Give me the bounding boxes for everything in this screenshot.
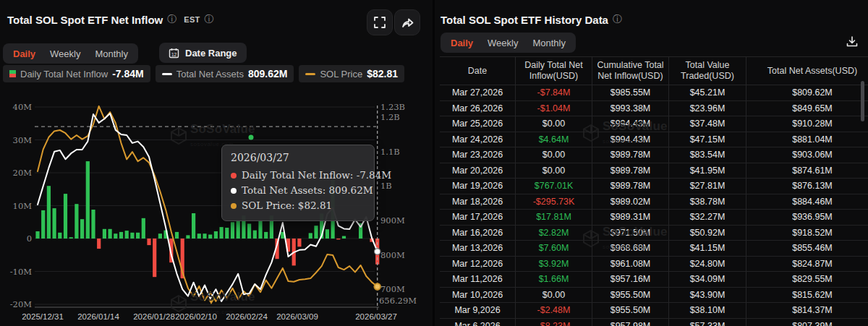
date-range-label: Date Range [185, 48, 237, 59]
table-cell: $1.66M [516, 272, 592, 288]
tooltip-item-assets: Total Net Assets: 809.62M [231, 183, 365, 198]
svg-text:2026/02/10: 2026/02/10 [175, 312, 217, 321]
table-cell: $957.16M [592, 272, 669, 288]
table-cell: $903.06M [746, 147, 868, 163]
table-row: Mar 18,2026-$295.73K$989.02M$38.78M$884.… [440, 194, 868, 210]
calendar-icon: 12 [169, 48, 179, 59]
legend-value: 809.62M [248, 68, 287, 80]
table-cell: $47.15M [669, 132, 746, 147]
table-period-tabs: Daily Weekly Monthly [441, 33, 576, 53]
table-cell: $34.09M [669, 272, 746, 288]
table-cell: Mar 11,2026 [440, 272, 516, 288]
table-cell: $23.96M [669, 100, 746, 116]
table-cell: -$1.04M [516, 100, 592, 116]
table-cell: $874.61M [746, 163, 868, 179]
table-cell: $41.95M [669, 163, 746, 179]
table-cell: $815.62M [746, 287, 868, 303]
table-cell: $824.87M [746, 256, 868, 272]
svg-text:30M: 30M [13, 135, 33, 145]
tab-monthly[interactable]: Monthly [88, 47, 135, 61]
tab-weekly[interactable]: Weekly [43, 47, 88, 61]
est-info-icon[interactable]: ⓘ [205, 13, 214, 26]
table-cell: $809.62M [746, 85, 868, 101]
tab-weekly[interactable]: Weekly [480, 36, 525, 50]
table-cell: Mar 26,2026 [440, 100, 516, 116]
table-cell: $989.02M [592, 194, 669, 210]
svg-text:2026/03/27: 2026/03/27 [355, 312, 397, 321]
table-scrollbar-thumb[interactable] [861, 81, 864, 121]
table-cell: $3.92M [516, 256, 592, 272]
date-range-button[interactable]: 12 Date Range [159, 43, 247, 63]
table-cell: Mar 27,2026 [440, 85, 516, 101]
bar-legend-icon [9, 70, 16, 77]
svg-text:2026/01/28: 2026/01/28 [133, 312, 175, 321]
legend-sol-price[interactable]: SOL Price $82.81 [299, 65, 404, 82]
table-row: Mar 13,2026$7.60M$968.68M$41.15M$855.46M [440, 241, 868, 257]
table-row: Mar 26,2026-$1.04M$993.38M$23.96M$849.65… [440, 100, 868, 116]
legend-daily-net-inflow[interactable]: Daily Total Net Inflow -7.84M [3, 65, 150, 82]
info-icon[interactable]: ⓘ [613, 13, 622, 26]
table-cell: $0.00 [516, 163, 592, 179]
table-cell: $855.46M [746, 241, 868, 257]
table-cell: $767.01K [516, 179, 592, 194]
svg-text:-10M: -10M [10, 267, 33, 277]
table-cell: Mar 23,2026 [440, 147, 516, 163]
table-cell: $814.37M [746, 303, 868, 319]
table-cell: $971.50M [592, 225, 669, 241]
download-icon [846, 35, 859, 48]
fullscreen-button[interactable] [367, 9, 393, 35]
table-cell: Mar 20,2026 [440, 163, 516, 179]
column-header: Total Net Assets(USD) [746, 57, 868, 85]
table-cell: $38.10M [669, 303, 746, 319]
table-cell: $45.21M [669, 85, 746, 101]
info-icon[interactable]: ⓘ [167, 13, 176, 26]
white-dot-icon [231, 188, 237, 194]
page-title: Total SOL Spot ETF Net Inflow [7, 14, 163, 26]
legend-value: -7.84M [112, 68, 144, 80]
tab-monthly[interactable]: Monthly [525, 36, 573, 50]
table-cell: $0.00 [516, 116, 592, 132]
table-cell: -$8.23M [516, 318, 592, 326]
table-cell: Mar 19,2026 [440, 179, 516, 194]
table-cell: $37.48M [669, 116, 746, 132]
table-cell: $32.27M [669, 210, 746, 226]
svg-text:12: 12 [171, 51, 177, 56]
legend-label: Daily Total Net Inflow [20, 69, 108, 80]
table-cell: $38.78M [669, 194, 746, 210]
table-cell: Mar 9,2026 [440, 303, 516, 319]
left-panel-title-row: Total SOL Spot ETF Net Inflow ⓘ EST ⓘ [7, 13, 214, 26]
table-cell: $881.04M [746, 132, 868, 147]
table-row: Mar 17,2026$17.81M$989.31M$32.27M$936.95… [440, 210, 868, 226]
table-cell: -$295.73K [516, 194, 592, 210]
table-cell: $989.78M [592, 179, 669, 194]
svg-text:2026/01/14: 2026/01/14 [77, 312, 119, 321]
tooltip-date: 2026/03/27 [231, 152, 365, 163]
history-table: DateDaily Total Net Inflow(USD)Cumulativ… [440, 56, 868, 326]
svg-text:10M: 10M [13, 201, 33, 211]
table-cell: Mar 12,2026 [440, 256, 516, 272]
table-cell: $993.38M [592, 100, 669, 116]
legend-total-net-assets[interactable]: Total Net Assets 809.62M [156, 65, 294, 82]
table-row: Mar 27,2026-$7.84M$985.55M$45.21M$809.62… [440, 85, 868, 101]
svg-text:2026/03/09: 2026/03/09 [276, 312, 318, 321]
table-row: Mar 16,2026$2.82M$971.50M$50.92M$918.52M [440, 225, 868, 241]
table-cell: $4.64M [516, 132, 592, 147]
table-cell: $57.33M [669, 318, 746, 326]
table-cell: $807.39M [746, 318, 868, 326]
svg-text:800M: 800M [380, 250, 405, 260]
table-cell: $918.52M [746, 225, 868, 241]
share-button[interactable] [394, 9, 420, 35]
tab-daily[interactable]: Daily [6, 47, 43, 61]
share-icon [401, 17, 414, 29]
table-cell: $955.50M [592, 303, 669, 319]
download-button[interactable] [843, 33, 861, 51]
table-row: Mar 19,2026$767.01K$989.78M$27.81M$876.1… [440, 179, 868, 194]
svg-text:2025/12/31: 2025/12/31 [22, 312, 64, 321]
table-cell: $957.98M [592, 318, 669, 326]
table-cell: $936.95M [746, 210, 868, 226]
tab-daily[interactable]: Daily [443, 36, 480, 50]
right-panel-title-row: Total SOL Spot ETF History Data ⓘ [441, 13, 622, 26]
column-header: Date [440, 57, 516, 85]
red-dot-icon [231, 173, 237, 179]
table-cell: $961.08M [592, 256, 669, 272]
